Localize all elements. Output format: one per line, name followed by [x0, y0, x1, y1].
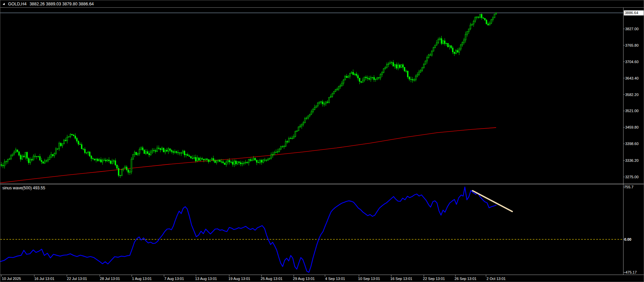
time-axis-label[interactable]: 29 Aug 13:01	[293, 276, 315, 281]
price-axis-label: 3398.60	[625, 141, 639, 146]
indicator-axis-label: 0.00	[624, 237, 631, 242]
price-axis-label: 3582.20	[625, 92, 639, 97]
time-axis-label[interactable]: 13 Aug 13:01	[195, 276, 217, 281]
time-axis-label[interactable]: 7 Aug 13:01	[164, 276, 184, 281]
chart-window: GOLD,H4 3882.26 3889.03 3879.80 3886.64 …	[0, 0, 644, 282]
time-axis-label[interactable]: 26 Sep 13:01	[454, 276, 476, 281]
price-axis-label: 3459.80	[625, 125, 639, 130]
symbol-dropdown-icon[interactable]	[3, 3, 6, 6]
symbol-period-label: GOLD,H4	[8, 2, 27, 6]
indicator-name-label: sinus wave(500) 493.55	[2, 186, 45, 190]
axis-labels-layer: 3827.003765.803704.603643.403582.203521.…	[0, 0, 644, 282]
price-axis-label: 3336.20	[625, 158, 639, 163]
time-axis-label[interactable]: 22 Jul 13:01	[67, 276, 87, 281]
price-axis-label: 3275.00	[625, 175, 639, 179]
price-axis-label: 3827.00	[625, 27, 639, 31]
time-axis-label[interactable]: 1 Aug 13:01	[132, 276, 152, 281]
time-axis-label[interactable]: 2 Oct 13:01	[487, 276, 506, 281]
time-axis-label[interactable]: 4 Sep 13:01	[325, 276, 345, 281]
indicator-axis-label: -475.17	[624, 270, 637, 275]
chart-header-bar: GOLD,H4 3882.26 3889.03 3879.80 3886.64	[0, 0, 644, 7]
ohlc-values-label: 3882.26 3889.03 3879.80 3886.64	[30, 2, 94, 6]
time-axis-label[interactable]: 22 Sep 13:01	[423, 276, 445, 281]
time-axis-label[interactable]: 10 Jul 2025	[2, 276, 21, 281]
price-axis-label: 3521.00	[625, 108, 639, 113]
time-axis-label[interactable]: 28 Jul 13:01	[100, 276, 120, 281]
time-axis-label[interactable]: 10 Sep 13:01	[358, 276, 380, 281]
price-axis-label: 3765.80	[625, 43, 639, 48]
time-axis-label[interactable]: 16 Sep 13:01	[390, 276, 412, 281]
time-axis-label[interactable]: 16 Jul 13:01	[34, 276, 54, 281]
time-axis-label[interactable]: 19 Aug 13:01	[229, 276, 250, 281]
current-price-axis-label: 3886.64	[624, 10, 644, 15]
price-axis-label: 3704.60	[625, 59, 639, 64]
price-axis-label: 3643.40	[625, 76, 639, 81]
indicator-axis-label: 755.7	[624, 185, 634, 189]
time-axis-label[interactable]: 25 Aug 13:01	[261, 276, 283, 281]
